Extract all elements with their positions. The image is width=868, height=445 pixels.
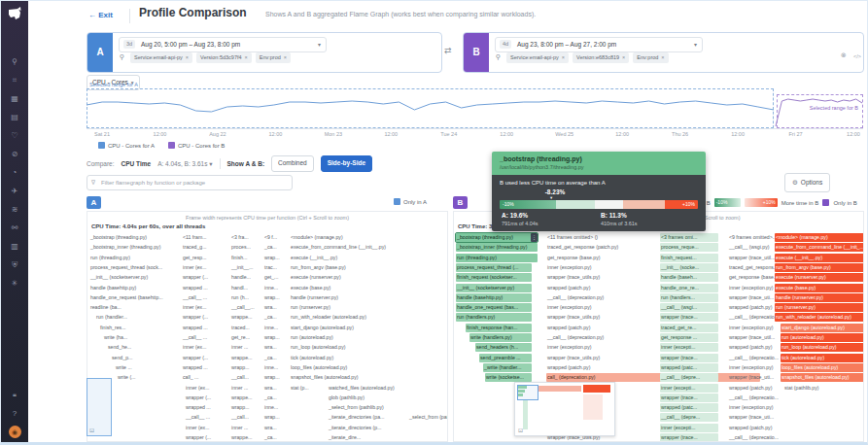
flame-cell[interactable]: wrapper (trace...: [660, 354, 718, 362]
logs-icon[interactable]: ▥: [9, 242, 20, 252]
service-map-icon[interactable]: ⚯: [9, 223, 20, 233]
flame-cell[interactable]: run (runserver.py): [775, 303, 864, 312]
flame-cell[interactable]: handle (basehttp.py): [89, 284, 137, 292]
datadog-logo-icon[interactable]: [6, 6, 23, 23]
flame-cell[interactable]: run_from_argv (base.py): [775, 263, 864, 272]
swap-profiles-icon[interactable]: ⇄: [444, 46, 452, 55]
flame-cell[interactable]: handle_one_request (bas...: [456, 303, 532, 312]
flame-cell[interactable]: __call__ (depre...: [660, 373, 718, 382]
flame-cell[interactable]: inner (exception.py): [546, 303, 593, 312]
flame-cell[interactable]: execute (base.py): [290, 284, 331, 292]
flamegraph-panel-a[interactable]: Frame width represents CPU time per func…: [87, 211, 448, 442]
flame-cell[interactable]: wrapped (patc...: [660, 403, 718, 412]
flame-cell[interactable]: _bootstrap (threading.py)⋮: [456, 233, 538, 242]
apm-icon[interactable]: ✈: [9, 187, 20, 196]
flame-cell[interactable]: wrapper (trace...: [660, 394, 718, 402]
flame-cell[interactable]: inner (exception.py): [728, 403, 775, 412]
flame-cell[interactable]: snapshot_files (autoreload.py): [290, 373, 360, 382]
remove-tag-icon[interactable]: ×: [622, 54, 625, 60]
flame-cell[interactable]: wrap...: [263, 254, 281, 262]
flame-cell[interactable]: traced_get_response (patch.py): [546, 243, 619, 252]
flame-cell[interactable]: execute_from_command_line (__init_...: [775, 243, 864, 252]
flame-cell[interactable]: call_ ...: [182, 373, 199, 382]
remove-tag-icon[interactable]: ×: [562, 54, 565, 60]
flame-cell[interactable]: _ca...: [263, 394, 278, 402]
flame-cell[interactable]: start_django (autoreload.py): [781, 324, 864, 332]
flame-cell[interactable]: loop_files (autoreload.py): [781, 363, 864, 372]
remove-tag-icon[interactable]: ×: [186, 54, 189, 60]
flame-cell[interactable]: trac...: [263, 263, 278, 272]
security-icon[interactable]: ⛨: [9, 260, 20, 270]
flame-cell[interactable]: inner (ex...: [182, 263, 208, 272]
errors-icon[interactable]: ⊘: [9, 150, 20, 159]
flame-cell[interactable]: wrapper (...: [185, 433, 212, 442]
flame-cell[interactable]: run_with_reloader (autoreload.py): [290, 313, 367, 322]
flame-cell[interactable]: inner (ex...: [182, 343, 208, 352]
flame-cell[interactable]: _ca...: [263, 313, 278, 322]
flame-cell[interactable]: tick (autoreload.py): [781, 354, 864, 362]
flame-cell[interactable]: traced_get_respons...: [728, 263, 779, 272]
flame-cell[interactable]: _iterate_directories (p...: [328, 424, 383, 432]
filter-tag[interactable]: Env:prod×: [633, 52, 668, 63]
flame-cell[interactable]: execute (__init__.py): [775, 254, 864, 262]
flame-cell[interactable]: _write (handler...: [483, 363, 532, 372]
flame-cell[interactable]: _bootstrap_inner (threading.py): [89, 243, 161, 252]
remove-tag-icon[interactable]: ×: [661, 54, 664, 60]
flame-cell[interactable]: inner (exception.py): [728, 284, 775, 292]
flame-cell[interactable]: get_...: [263, 273, 279, 282]
flame-cell[interactable]: __call__ (deprecatio...: [728, 394, 780, 402]
flamegraph-filter-input[interactable]: Filter flamegraph by function or package…: [87, 175, 293, 190]
flame-cell[interactable]: stat (pathlib.py): [783, 384, 819, 393]
flame-cell[interactable]: _iterate_directories (pa...: [328, 413, 385, 422]
flame-cell[interactable]: send_he...: [107, 343, 132, 352]
flame-cell[interactable]: inne...: [263, 324, 279, 332]
flame-cell[interactable]: inne...: [263, 363, 279, 372]
metrics-icon[interactable]: ▤: [9, 113, 20, 122]
flame-cell[interactable]: process_request_thread (sock...: [89, 263, 163, 272]
expand-minimap-icon[interactable]: ⊡: [89, 427, 94, 433]
flame-cell[interactable]: send_headers (h...: [475, 343, 532, 352]
flame-cell[interactable]: __call__ ...: [182, 333, 208, 342]
filter-tag[interactable]: Version:e683c819×: [573, 52, 629, 63]
flame-cell[interactable]: inner (ex...: [182, 303, 208, 312]
flame-cell[interactable]: __call__ (deprecation.py): [546, 293, 605, 302]
network-icon[interactable]: ≋: [9, 205, 20, 215]
time-range-field-b[interactable]: 4d Aug 23, 8:00 pm – Aug 27, 2:00 pm ▾: [495, 37, 703, 52]
flame-cell[interactable]: handl...: [230, 284, 249, 292]
flame-cell[interactable]: run (handler...: [95, 313, 128, 322]
flame-cell[interactable]: wrapped ...: [185, 403, 212, 412]
flame-cell[interactable]: <module> (manage.py): [775, 233, 864, 242]
remove-tag-icon[interactable]: ×: [245, 54, 248, 60]
flame-cell[interactable]: wrapper (trace...: [660, 313, 718, 322]
chart-legend-item[interactable]: CPU - Cores for B: [168, 142, 225, 149]
flame-cell[interactable]: <11 frames omitted> (): [546, 233, 599, 242]
flame-cell[interactable]: inner (excepti...: [660, 424, 718, 432]
flame-cell[interactable]: wrapp...: [230, 363, 250, 372]
help-icon[interactable]: ?: [9, 409, 20, 419]
flame-cell[interactable]: get_response (base.py): [546, 254, 602, 262]
flame-cell[interactable]: wrapper (trace_uti...: [728, 373, 775, 382]
settings-icon[interactable]: ✳: [9, 279, 20, 289]
flame-cell[interactable]: <11 fram...: [182, 233, 208, 242]
flame-cell[interactable]: process_request_thread (...: [456, 263, 532, 272]
flame-cell[interactable]: handle (baseh...: [660, 273, 718, 282]
flame-cell[interactable]: wrappe...: [230, 433, 253, 442]
flame-cell[interactable]: execute (base.py): [775, 284, 864, 292]
flame-cell[interactable]: traced_g...: [182, 243, 208, 252]
flame-cell[interactable]: run (threading.py): [456, 254, 538, 262]
flame-cell[interactable]: watched_files (autoreload.py): [328, 384, 396, 393]
flame-cell[interactable]: wrap...: [263, 413, 281, 422]
flame-cell[interactable]: finish_res...: [99, 324, 127, 332]
flame-cell[interactable]: run_with_reloader (autoreload.py): [775, 313, 864, 322]
options-button[interactable]: ⚙Options: [784, 173, 830, 192]
exit-link[interactable]: ← Exit: [88, 11, 113, 19]
flame-cell[interactable]: __call...: [230, 413, 250, 422]
flame-cell[interactable]: wrapped (patc...: [660, 363, 718, 372]
flame-cell[interactable]: inner ...: [230, 424, 249, 432]
monitors-icon[interactable]: ♡: [9, 131, 20, 141]
flame-cell[interactable]: glob (pathlib.py): [328, 394, 365, 402]
flame-cell[interactable]: finish_request (socketser...: [456, 273, 532, 282]
flame-cell[interactable]: write (handlers.py): [469, 333, 532, 342]
flame-cell[interactable]: wrapp...: [230, 403, 250, 412]
flame-cell[interactable]: <9 frames omitted>...: [728, 233, 778, 242]
